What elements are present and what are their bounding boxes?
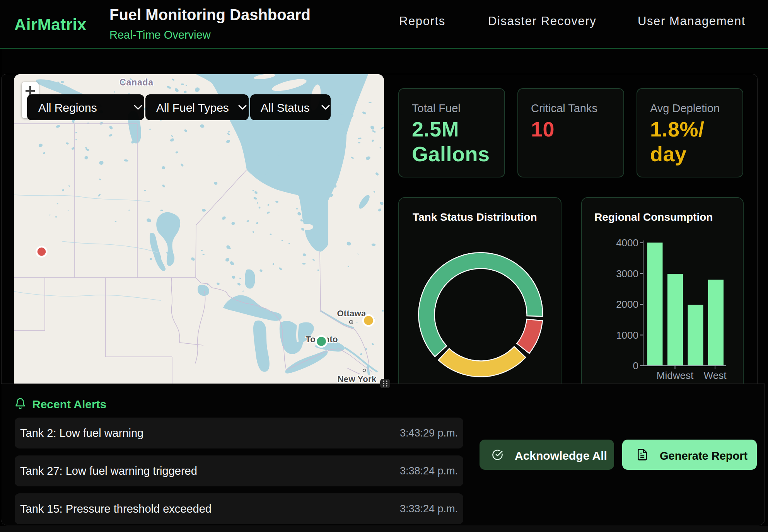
svg-text:New York: New York [338,374,377,384]
svg-text:2000: 2000 [616,298,638,310]
svg-text:Midwest: Midwest [657,370,694,381]
svg-text:Canada: Canada [119,77,154,87]
svg-text:West: West [704,370,727,381]
svg-text:0: 0 [633,360,638,372]
svg-text:1000: 1000 [616,329,638,341]
svg-text:3000: 3000 [616,268,638,280]
svg-text:Ottawa: Ottawa [337,309,366,318]
svg-text:4000: 4000 [616,237,638,249]
